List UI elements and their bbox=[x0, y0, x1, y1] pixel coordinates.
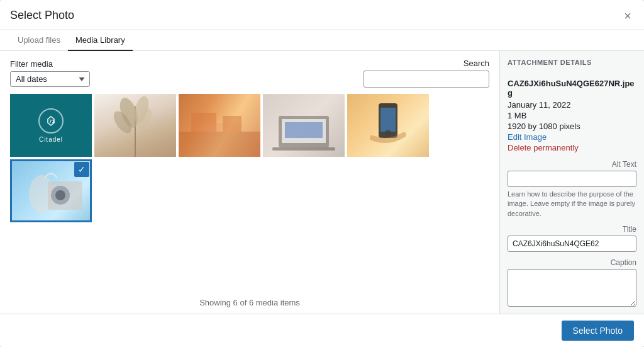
edit-image-link[interactable]: Edit Image bbox=[508, 132, 636, 142]
search-input[interactable] bbox=[364, 71, 489, 88]
date-filter-select[interactable]: All datesJanuary 2022December 2021 bbox=[10, 71, 90, 87]
svg-rect-13 bbox=[272, 147, 335, 151]
close-button[interactable]: × bbox=[621, 9, 634, 22]
alt-text-hint: Learn how to describe the purpose of the… bbox=[508, 190, 636, 219]
attachment-size: 1 MB bbox=[508, 111, 636, 120]
media-item[interactable] bbox=[179, 94, 260, 157]
modal-title: Select Photo bbox=[10, 9, 74, 22]
caption-field: Caption bbox=[508, 258, 636, 309]
alt-text-input[interactable] bbox=[508, 171, 636, 187]
caption-textarea[interactable] bbox=[508, 269, 636, 307]
svg-rect-12 bbox=[285, 122, 323, 138]
selected-check-icon: ✓ bbox=[74, 162, 89, 177]
caption-label: Caption bbox=[508, 258, 636, 267]
media-item[interactable] bbox=[263, 94, 345, 157]
attachment-filename: CAZ6JXi6huSuN4QGE627NR.jpeg bbox=[508, 79, 636, 98]
tab-upload-files[interactable]: Upload files bbox=[10, 30, 68, 51]
attachment-date: January 11, 2022 bbox=[508, 100, 636, 110]
svg-rect-6 bbox=[179, 132, 260, 157]
modal-footer: Select Photo bbox=[0, 314, 644, 347]
svg-point-20 bbox=[55, 190, 65, 200]
delete-permanently-link[interactable]: Delete permanently bbox=[508, 143, 636, 152]
media-left-panel: Filter media All datesJanuary 2022Decemb… bbox=[0, 51, 499, 314]
media-item[interactable] bbox=[347, 94, 429, 157]
media-item[interactable]: 71 Citadel bbox=[10, 94, 92, 157]
title-input[interactable] bbox=[508, 236, 636, 252]
media-item[interactable] bbox=[94, 94, 176, 157]
filter-section: Filter media All datesJanuary 2022Decemb… bbox=[10, 59, 90, 87]
media-item-selected[interactable]: ✓ bbox=[10, 159, 92, 222]
svg-text:71: 71 bbox=[49, 118, 55, 124]
select-photo-modal: Select Photo × Upload files Media Librar… bbox=[0, 0, 644, 347]
attachment-heading: ATTACHMENT DETAILS bbox=[508, 59, 636, 66]
search-section: Search bbox=[364, 59, 489, 88]
attachment-details-panel: ATTACHMENT DETAILS CAZ6JXi6huSuN4QGE627N… bbox=[499, 51, 644, 314]
attachment-dimensions: 1920 by 1080 pixels bbox=[508, 122, 636, 131]
svg-point-9 bbox=[201, 123, 238, 134]
media-grid: 71 Citadel bbox=[10, 94, 489, 290]
title-label: Title bbox=[508, 225, 636, 234]
svg-rect-15 bbox=[380, 108, 396, 132]
media-count: Showing 6 of 6 media items bbox=[10, 290, 489, 314]
modal-body: Filter media All datesJanuary 2022Decemb… bbox=[0, 51, 644, 314]
select-photo-button[interactable]: Select Photo bbox=[562, 321, 634, 341]
filter-label: Filter media bbox=[10, 59, 90, 69]
search-label: Search bbox=[464, 59, 489, 68]
alt-text-label: Alt Text bbox=[508, 160, 636, 169]
alt-text-field: Alt Text Learn how to describe the purpo… bbox=[508, 160, 636, 219]
filter-row: Filter media All datesJanuary 2022Decemb… bbox=[10, 59, 489, 88]
modal-header: Select Photo × bbox=[0, 0, 644, 30]
citadel-logo-icon: 71 bbox=[38, 108, 64, 134]
svg-point-16 bbox=[385, 130, 391, 136]
tab-media-library[interactable]: Media Library bbox=[68, 30, 133, 51]
tab-bar: Upload files Media Library bbox=[0, 30, 644, 51]
title-field: Title bbox=[508, 225, 636, 252]
